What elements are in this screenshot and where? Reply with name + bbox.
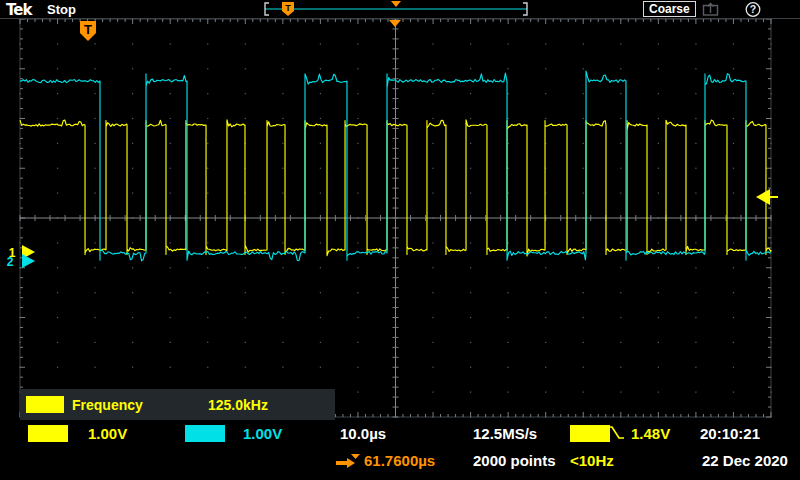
trigger-bar-t-marker[interactable]: T xyxy=(282,2,294,16)
ch2-label-chip: CH2 xyxy=(185,425,225,442)
delay-arrow-icon xyxy=(334,453,361,470)
record-length-value: 2000 points xyxy=(473,452,556,469)
falling-edge-icon xyxy=(605,424,627,442)
trigger-position-triangle[interactable] xyxy=(389,20,401,27)
trigger-position-bar[interactable]: T xyxy=(0,0,560,18)
clock-time: 20:10:21 xyxy=(700,425,760,442)
ch2-ground-marker[interactable]: 2 xyxy=(7,254,35,269)
measurement-box: CH1 Frequency 125.0kHz xyxy=(20,389,335,420)
sample-rate-value: 12.5MS/s xyxy=(473,425,537,442)
date-value: 22 Dec 2020 xyxy=(702,452,788,469)
trigger-frequency-value: <10Hz xyxy=(570,452,614,469)
ch2-scale-value: 1.00V xyxy=(243,425,282,442)
oscilloscope-screen: 12T Tek Stop T Coarse ? CH1 Frequency 12… xyxy=(0,0,800,480)
svg-text:T: T xyxy=(84,22,92,37)
help-icon[interactable]: ? xyxy=(744,1,762,18)
readout-bar: CH1 1.00V CH2 1.00V 10.0µs 12.5MS/s CH1 … xyxy=(0,420,800,480)
ch1-label-chip: CH1 xyxy=(28,425,68,442)
trigger-level-arrow[interactable] xyxy=(756,189,778,205)
svg-text:2: 2 xyxy=(7,255,14,269)
ch1-scale-value: 1.00V xyxy=(88,425,127,442)
save-icon[interactable] xyxy=(700,1,722,17)
header-bar: Tek Stop T Coarse ? xyxy=(0,0,800,19)
measurement-source-chip: CH1 xyxy=(26,396,64,413)
timebase-value: 10.0µs xyxy=(340,425,386,442)
svg-text:T: T xyxy=(285,3,291,13)
trigger-source-chip: CH1 xyxy=(570,425,610,442)
horizontal-delay-value: 61.7600µs xyxy=(364,452,435,469)
coarse-button[interactable]: Coarse xyxy=(643,1,696,17)
trigger-level-value: 1.48V xyxy=(631,425,670,442)
help-glyph: ? xyxy=(750,3,756,15)
measurement-name: Frequency xyxy=(72,397,143,413)
measurement-value: 125.0kHz xyxy=(208,397,268,413)
trigger-time-badge[interactable]: T xyxy=(80,21,96,41)
